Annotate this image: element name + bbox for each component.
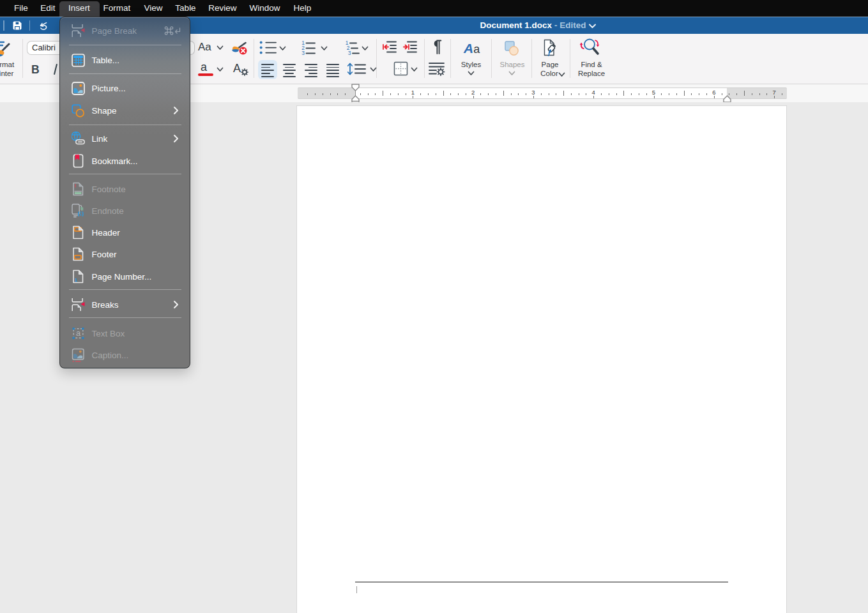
svg-text:3: 3 [301, 50, 305, 56]
svg-text:1: 1 [74, 276, 77, 282]
svg-text:a: a [75, 328, 80, 338]
svg-text:3: 3 [348, 50, 351, 56]
